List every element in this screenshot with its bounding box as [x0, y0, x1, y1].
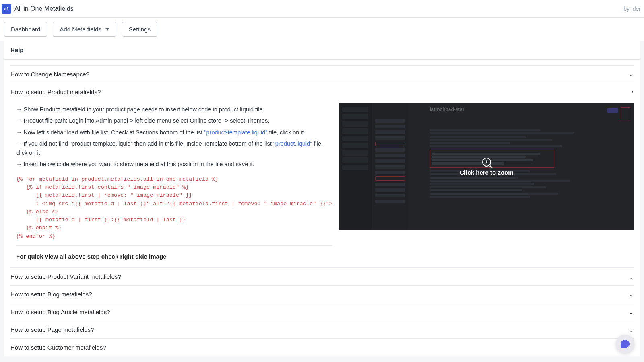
- accordion-item: How to setup Blog metafields? ⌄: [10, 285, 634, 303]
- accordion-header-customer[interactable]: How to setup Customer metafields? ⌄: [10, 339, 634, 356]
- accordion-title: How to setup Product Variant metafields?: [10, 273, 121, 280]
- accordion-title: How to Change Namesapce?: [10, 71, 89, 78]
- content-panel: Help How to Change Namesapce? ⌄ How to s…: [4, 41, 640, 356]
- chevron-down-icon: ⌄: [628, 290, 634, 298]
- accordion-item: How to setup Blog Article metafields? ⌄: [10, 303, 634, 321]
- accordion-header-blog[interactable]: How to setup Blog metafields? ⌄: [10, 286, 634, 303]
- screenshot-preview[interactable]: launchpad-star: [339, 103, 634, 230]
- accordion-item: How to setup Product metafields? › →Show…: [10, 83, 634, 267]
- quickview-note: For quick view all above step check righ…: [16, 253, 332, 260]
- accordion-item: How to Change Namesapce? ⌄: [10, 65, 634, 83]
- accordion-item: How to setup Customer metafields? ⌄: [10, 338, 634, 356]
- step-line: →Insert below code where you want to sho…: [16, 160, 332, 169]
- caret-down-icon: [105, 28, 109, 31]
- accordion-title: How to setup Blog Article metafields?: [10, 309, 110, 315]
- accordion-header-page[interactable]: How to setup Page metafields? ⌄: [10, 321, 634, 338]
- accordion-body-product: →Show Product metafield in your product …: [10, 100, 634, 267]
- accordion-title: How to setup Page metafields?: [10, 326, 94, 333]
- code-block: {% for metafield in product.metafields.a…: [16, 171, 332, 246]
- accordion-title: How to setup Product metafields?: [10, 88, 101, 95]
- zoom-text: Click here to zoom: [460, 169, 513, 176]
- link-product-template[interactable]: "product-template.liquid": [204, 129, 267, 136]
- topbar: a1 All in One Metafields by Ider: [0, 0, 644, 18]
- dashboard-button[interactable]: Dashboard: [4, 22, 47, 37]
- step-line: →Product file path: Login into Admin pan…: [16, 116, 332, 125]
- step-line: →If you did not find "product-template.l…: [16, 139, 332, 157]
- chevron-down-icon: ⌄: [628, 273, 634, 280]
- step-line: →Now left sidebar load with file list. C…: [16, 128, 332, 137]
- chevron-right-icon: ›: [632, 88, 634, 95]
- add-metafields-label: Add Meta fields: [60, 26, 101, 33]
- chat-icon: [621, 340, 630, 348]
- navbar: Dashboard Add Meta fields Settings: [0, 18, 644, 41]
- step-line: →Show Product metafield in your product …: [16, 105, 332, 114]
- zoom-icon: +: [482, 158, 491, 167]
- accordion-title: How to setup Blog metafields?: [10, 291, 92, 298]
- accordion-item: How to setup Product Variant metafields?…: [10, 267, 634, 285]
- zoom-overlay[interactable]: + Click here to zoom: [339, 103, 634, 230]
- chat-bubble-button[interactable]: [616, 335, 634, 353]
- accordion-header-variant[interactable]: How to setup Product Variant metafields?…: [10, 268, 634, 285]
- chevron-down-icon: ⌄: [628, 326, 634, 333]
- byline: by Ider: [623, 6, 642, 12]
- accordion-header-article[interactable]: How to setup Blog Article metafields? ⌄: [10, 303, 634, 321]
- accordion-header-namespace[interactable]: How to Change Namesapce? ⌄: [10, 66, 634, 83]
- link-product-liquid[interactable]: "product.liquid": [273, 140, 312, 147]
- settings-button[interactable]: Settings: [122, 22, 157, 37]
- accordion-item: How to setup Page metafields? ⌄: [10, 321, 634, 338]
- chevron-down-icon: ⌄: [628, 308, 634, 316]
- add-metafields-button[interactable]: Add Meta fields: [53, 22, 116, 37]
- accordion-title: How to setup Customer metafields?: [10, 344, 106, 351]
- app-icon: a1: [2, 4, 11, 14]
- help-heading: Help: [4, 41, 640, 60]
- chevron-down-icon: ⌄: [628, 70, 634, 78]
- settings-label: Settings: [129, 26, 151, 33]
- accordion-header-product[interactable]: How to setup Product metafields? ›: [10, 83, 634, 100]
- app-title: All in One Metafields: [14, 5, 74, 12]
- dashboard-label: Dashboard: [11, 26, 40, 33]
